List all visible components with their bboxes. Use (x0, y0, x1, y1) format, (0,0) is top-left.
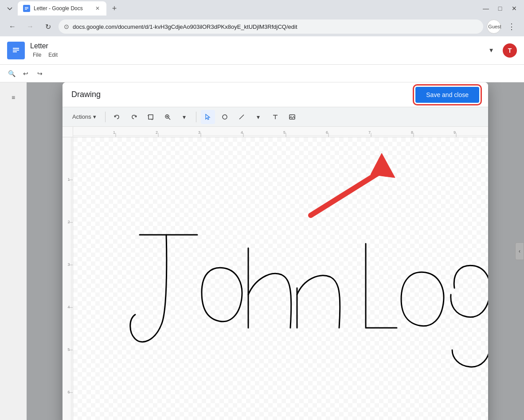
svg-text:3: 3 (198, 130, 200, 135)
docs-title-area: Letter File Edit (30, 42, 480, 59)
svg-text:5: 5 (283, 130, 285, 135)
svg-line-14 (168, 118, 170, 120)
redo-toolbar-button[interactable]: ↪ (34, 67, 46, 80)
sidebar-toggle-button[interactable]: ▼ (485, 44, 497, 57)
svg-point-17 (223, 115, 227, 119)
save-close-button[interactable]: Save and close (415, 87, 479, 103)
text-tool-button[interactable] (268, 110, 282, 124)
search-toolbar-button[interactable]: 🔍 (5, 67, 18, 80)
address-bar[interactable]: ⊙ docs.google.com/document/d/1-kvH3gCdje… (59, 19, 483, 34)
line-tool-button[interactable] (235, 110, 249, 124)
svg-rect-9 (13, 51, 17, 52)
line-dropdown-button[interactable]: ▾ (251, 110, 266, 124)
svg-text:4: 4 (67, 305, 70, 309)
zoom-button[interactable] (160, 110, 175, 124)
browser-frame: Letter - Google Docs ✕ + — □ ✕ ← → ↻ ⊙ d… (0, 0, 524, 420)
lock-icon: ⊙ (64, 23, 69, 30)
crop-button[interactable] (144, 110, 158, 124)
actions-chevron-icon: ▾ (93, 113, 96, 120)
svg-text:7: 7 (368, 130, 371, 135)
docs-sidebar: ≡ (0, 82, 27, 420)
docs-header: Letter File Edit ▼ T (0, 36, 524, 65)
svg-point-22 (290, 116, 291, 117)
browser-menu-button[interactable]: ⋮ (504, 19, 519, 34)
dialog-toolbar: Actions ▾ (63, 107, 488, 127)
docs-title: Letter (30, 42, 480, 50)
tab-close-button[interactable]: ✕ (94, 5, 101, 12)
svg-rect-8 (13, 50, 19, 51)
docs-toolbar: 🔍 ↩ ↪ (0, 65, 524, 82)
svg-text:2: 2 (156, 130, 158, 135)
toolbar-separator-1 (105, 112, 106, 122)
profile-label: Guest (488, 24, 501, 29)
window-controls: — □ ✕ (480, 2, 520, 15)
svg-text:1: 1 (67, 177, 70, 182)
active-tab[interactable]: Letter - Google Docs ✕ (18, 1, 106, 16)
user-avatar: T (503, 43, 517, 58)
edit-menu[interactable]: Edit (46, 51, 60, 59)
tab-expand-button[interactable] (4, 2, 16, 15)
dialog-title: Drawing (71, 90, 415, 99)
forward-button[interactable]: → (23, 19, 37, 34)
vertical-ruler: 1 2 3 4 5 6 (63, 137, 73, 420)
svg-text:3: 3 (67, 262, 70, 267)
browser-toolbar: ← → ↻ ⊙ docs.google.com/document/d/1-kvH… (0, 17, 524, 36)
svg-text:9: 9 (454, 130, 456, 135)
horizontal-ruler: 1 2 3 4 5 6 (73, 127, 488, 137)
signature-drawing (73, 137, 488, 420)
file-menu[interactable]: File (30, 51, 44, 59)
undo-toolbar-button[interactable]: ↩ (20, 67, 32, 80)
docs-app: Letter File Edit ▼ T 🔍 ↩ ↪ ≡ (0, 36, 524, 420)
browser-title-bar: Letter - Google Docs ✕ + — □ ✕ (0, 0, 524, 17)
profile-button[interactable]: Guest (487, 19, 501, 34)
svg-text:5: 5 (67, 347, 70, 352)
redo-button[interactable] (127, 110, 141, 124)
drawing-dialog: Drawing Save and close Actions ▾ (63, 82, 488, 420)
close-window-button[interactable]: ✕ (508, 2, 520, 15)
toolbar-separator-2 (196, 112, 196, 122)
minimize-button[interactable]: — (480, 2, 492, 15)
sidebar-icon-button[interactable]: ≡ (5, 89, 21, 105)
drawing-canvas[interactable]: 1 2 3 4 5 6 (63, 127, 488, 420)
actions-menu-button[interactable]: Actions ▾ (68, 110, 101, 124)
dialog-header: Drawing Save and close (63, 82, 488, 107)
docs-logo (7, 42, 25, 59)
refresh-button[interactable]: ↻ (41, 19, 55, 34)
ruler-corner (63, 127, 73, 137)
back-button[interactable]: ← (5, 19, 20, 34)
image-tool-button[interactable] (285, 110, 299, 124)
svg-text:1: 1 (113, 130, 115, 135)
svg-text:4: 4 (241, 130, 243, 135)
svg-text:6: 6 (67, 390, 70, 394)
svg-line-18 (239, 115, 244, 119)
select-tool-button[interactable] (201, 110, 215, 124)
svg-text:2: 2 (67, 220, 70, 224)
svg-text:6: 6 (326, 130, 328, 135)
url-text: docs.google.com/document/d/1-kvH3gCdjeAo… (73, 23, 478, 30)
svg-rect-2 (25, 8, 28, 8)
shape-tool-button[interactable] (218, 110, 232, 124)
svg-rect-10 (149, 115, 153, 119)
drawing-dialog-overlay: Drawing Save and close Actions ▾ (27, 82, 524, 420)
docs-content: Drawing Save and close Actions ▾ (27, 82, 524, 420)
svg-rect-7 (13, 48, 19, 49)
svg-rect-3 (25, 9, 27, 10)
maximize-button[interactable]: □ (494, 2, 506, 15)
new-tab-button[interactable]: + (108, 2, 121, 15)
svg-text:8: 8 (411, 130, 413, 135)
canvas-drawing-area[interactable] (73, 137, 488, 420)
tab-title: Letter - Google Docs (34, 5, 90, 12)
svg-rect-60 (73, 137, 488, 420)
svg-rect-1 (25, 7, 28, 8)
docs-menu-bar: File Edit (30, 51, 480, 59)
tab-favicon (23, 5, 30, 12)
undo-button[interactable] (110, 110, 124, 124)
docs-body: ≡ Drawing Save and close (0, 82, 524, 420)
zoom-dropdown-button[interactable]: ▾ (177, 110, 192, 124)
